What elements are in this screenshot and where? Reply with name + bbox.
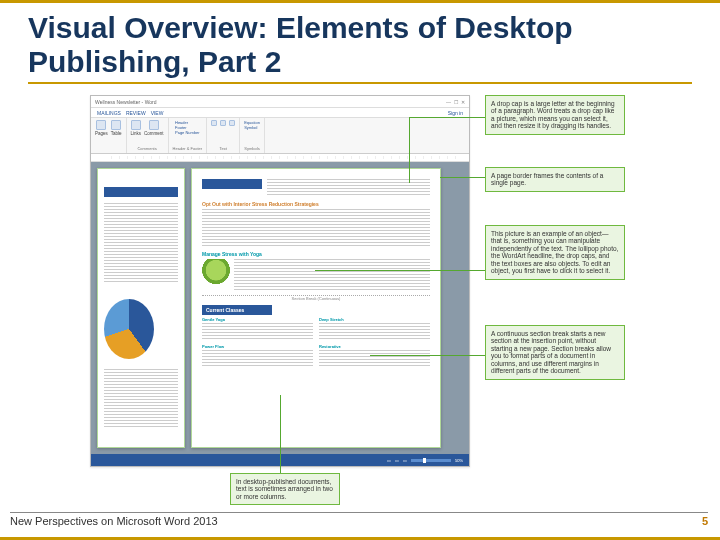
heading-1: Opt Out with Interior Stress Reduction S… <box>202 201 430 207</box>
view-readmode-icon[interactable]: ▭ <box>387 458 391 463</box>
pie-chart[interactable] <box>104 299 154 359</box>
col2-text1 <box>319 323 430 341</box>
callout-dropcap: A drop cap is a large letter at the begi… <box>485 95 625 135</box>
col2-text2 <box>319 350 430 368</box>
callout-object: This picture is an example of an object—… <box>485 225 625 280</box>
page-left <box>97 168 185 448</box>
para-1 <box>202 209 430 247</box>
page-number: 5 <box>702 515 708 527</box>
symbol-item[interactable]: Symbol <box>244 125 257 130</box>
group-label-symbols: Symbols <box>244 146 259 151</box>
ruler <box>91 154 469 162</box>
close-icon[interactable]: ✕ <box>461 99 465 105</box>
comment-icon[interactable] <box>149 120 159 130</box>
intro-text <box>267 179 430 195</box>
class-c: Deep Stretch <box>319 317 430 322</box>
section-break: Section Break (Continuous) <box>202 295 430 301</box>
table-label: Table <box>111 131 122 136</box>
maximize-icon[interactable]: ☐ <box>454 99 458 105</box>
dropcap-icon[interactable] <box>229 120 235 126</box>
ribbon-group-text: Text <box>207 118 240 153</box>
zoom-value: 50% <box>455 458 463 463</box>
links-label: Links <box>131 131 142 136</box>
footer: New Perspectives on Microsoft Word 2013 … <box>10 512 708 527</box>
slide: Visual Overview: Elements of Desktop Pub… <box>0 0 720 540</box>
callout-columns: In desktop-published documents, text is … <box>230 473 340 505</box>
leader-line <box>315 270 485 271</box>
links-icon[interactable] <box>131 120 141 130</box>
col1-text2 <box>202 350 313 368</box>
pages-label: Pages <box>95 131 108 136</box>
class-b: Power Flow <box>202 344 313 349</box>
leader-line <box>440 177 485 178</box>
ribbon-group-pages: Pages Table <box>91 118 127 153</box>
dropcap[interactable] <box>202 179 262 189</box>
leader-line <box>370 355 485 356</box>
slide-title: Visual Overview: Elements of Desktop Pub… <box>28 11 692 78</box>
leader-line <box>280 395 281 473</box>
ribbon-group-links: Links Comment Comments <box>127 118 169 153</box>
group-label-comments: Comments <box>137 146 156 151</box>
ribbon-group-headerfooter: Header Footer Page Number Header & Foote… <box>169 118 208 153</box>
tab-mailings[interactable]: MAILINGS <box>97 110 121 116</box>
class-a: Gentle Yoga <box>202 317 313 322</box>
class-d: Restorative <box>319 344 430 349</box>
pagenumber-item[interactable]: Page Number <box>175 130 200 135</box>
minimize-icon[interactable]: — <box>446 99 451 105</box>
tab-review[interactable]: REVIEW <box>126 110 146 116</box>
view-print-icon[interactable]: ▭ <box>395 458 399 463</box>
content-area: Wellness Newsletter - Word — ☐ ✕ MAILING… <box>90 95 650 495</box>
tab-view[interactable]: VIEW <box>151 110 164 116</box>
zoom-slider[interactable] <box>411 459 451 462</box>
view-web-icon[interactable]: ▭ <box>403 458 407 463</box>
lollipop-photo[interactable] <box>202 259 230 291</box>
title-underline <box>28 82 692 84</box>
leader-line <box>409 117 485 118</box>
callout-section-break: A continuous section break starts a new … <box>485 325 625 380</box>
ribbon: Pages Table Links Comment Comments Heade… <box>91 118 469 154</box>
classes-header: Current Classes <box>202 305 272 315</box>
window-title: Wellness Newsletter - Word <box>95 99 157 105</box>
callout-page-border: A page border frames the contents of a s… <box>485 167 625 192</box>
window-titlebar: Wellness Newsletter - Word — ☐ ✕ <box>91 96 469 108</box>
footer-text: New Perspectives on Microsoft Word 2013 <box>10 515 218 527</box>
textbox-icon[interactable] <box>211 120 217 126</box>
table-icon[interactable] <box>111 120 121 130</box>
group-label-hf: Header & Footer <box>173 146 203 151</box>
page-right: Opt Out with Interior Stress Reduction S… <box>191 168 441 448</box>
wordart-headline[interactable] <box>104 187 178 197</box>
ribbon-group-symbols: Equation Symbol Symbols <box>240 118 265 153</box>
pages-icon[interactable] <box>96 120 106 130</box>
comment-label: Comment <box>144 131 164 136</box>
col1-text1 <box>202 323 313 341</box>
title-area: Visual Overview: Elements of Desktop Pub… <box>0 3 720 80</box>
heading-2: Manage Stress with Yoga <box>202 251 430 257</box>
window-buttons: — ☐ ✕ <box>446 99 465 105</box>
columns: Gentle Yoga Power Flow Deep Stretch Rest… <box>202 317 430 368</box>
body-text-left <box>104 203 178 283</box>
group-label-text: Text <box>219 146 226 151</box>
wordart-icon[interactable] <box>220 120 226 126</box>
leader-line <box>409 117 410 183</box>
signin-link[interactable]: Sign in <box>448 110 463 116</box>
para-2 <box>234 259 430 291</box>
body-text-left2 <box>104 369 178 429</box>
